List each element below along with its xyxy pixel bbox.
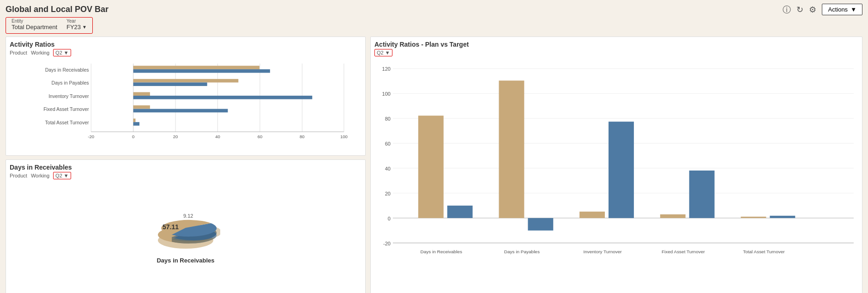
year-dropdown-arrow: ▼ xyxy=(82,24,87,30)
refresh-icon[interactable]: ↻ xyxy=(796,5,803,15)
subtitle1: Product xyxy=(10,50,27,55)
row-label-1: Days in Payables xyxy=(52,80,89,85)
pie-caption: Days in Receivables xyxy=(157,257,214,264)
svg-text:100: 100 xyxy=(340,134,348,139)
main-content: Activity Ratios Product Working Q2 ▼ Day… xyxy=(0,37,868,293)
actions-label: Actions xyxy=(828,6,848,13)
svg-text:Fixed Asset Turnover: Fixed Asset Turnover xyxy=(662,249,705,254)
bar-tan-0 xyxy=(133,66,259,69)
activity-bar-chart: Days in Receivables Days in Payables Inv… xyxy=(10,59,362,152)
plan-vs-target-title: Activity Ratios - Plan vs Target xyxy=(374,41,858,48)
pvt-bar-blue-2 xyxy=(609,122,634,218)
svg-text:80: 80 xyxy=(300,134,305,139)
svg-text:-20: -20 xyxy=(88,134,94,139)
bar-blue-3 xyxy=(133,109,228,113)
svg-text:60: 60 xyxy=(385,141,391,146)
quarter-chevron: ▼ xyxy=(64,50,69,55)
svg-text:20: 20 xyxy=(173,134,178,139)
activity-ratios-subtitle: Product Working Q2 ▼ xyxy=(10,49,362,56)
row-label-3: Fixed Asset Turnover xyxy=(43,107,89,112)
info-icon[interactable]: ⓘ xyxy=(783,4,791,15)
svg-text:Total Asset Turnover: Total Asset Turnover xyxy=(743,249,785,254)
bar-blue-1 xyxy=(133,82,207,86)
year-label: Year xyxy=(66,18,87,24)
bar-tan-1 xyxy=(133,79,239,83)
row-label-2: Inventory Turnover xyxy=(48,94,89,99)
pvt-bar-tan-2 xyxy=(579,212,605,218)
filter-row: Entity Total Department Year FY23 ▼ xyxy=(6,17,93,34)
pvt-bar-blue-3 xyxy=(689,171,715,218)
svg-text:40: 40 xyxy=(215,134,220,139)
right-panel: Activity Ratios - Plan vs Target Q2 ▼ 12… xyxy=(370,37,862,293)
header: Global and Local POV Bar ⓘ ↻ ⚙ Actions ▼ xyxy=(0,0,868,17)
pie-quarter-chevron: ▼ xyxy=(64,173,69,178)
pie-value1: 9.12 xyxy=(183,213,193,219)
pvt-bar-blue-4 xyxy=(770,216,795,218)
days-receivables-section: Days in Receivables Product Working Q2 ▼ xyxy=(6,159,366,293)
bar-blue-0 xyxy=(133,69,270,73)
bar-tan-3 xyxy=(133,105,150,109)
svg-text:Inventory Turnover: Inventory Turnover xyxy=(583,249,622,254)
svg-text:Days in Receivables: Days in Receivables xyxy=(421,249,462,254)
bar-chart-svg: Days in Receivables Days in Payables Inv… xyxy=(10,59,362,152)
days-receivables-subtitle: Product Working Q2 ▼ xyxy=(10,172,362,179)
pvt-quarter-chevron: ▼ xyxy=(385,50,390,55)
pie-subtitle1: Product xyxy=(10,173,27,178)
actions-button[interactable]: Actions ▼ xyxy=(822,4,862,15)
svg-text:100: 100 xyxy=(382,91,391,97)
bar-blue-4 xyxy=(133,122,139,126)
svg-text:40: 40 xyxy=(385,166,391,171)
bar-tan-4 xyxy=(133,119,136,122)
svg-text:Days in Payables: Days in Payables xyxy=(504,249,540,254)
pvt-bar-tan-1 xyxy=(499,80,524,218)
page-title: Global and Local POV Bar xyxy=(6,5,108,14)
entity-value: Total Department xyxy=(12,24,57,31)
svg-text:60: 60 xyxy=(258,134,263,139)
pvt-bar-blue-1 xyxy=(528,218,553,231)
plan-vs-target-subtitle: Q2 ▼ xyxy=(374,49,858,56)
days-receivables-title: Days in Receivables xyxy=(10,164,362,171)
svg-text:-20: -20 xyxy=(383,241,391,246)
left-panel: Activity Ratios Product Working Q2 ▼ Day… xyxy=(6,37,366,293)
year-value[interactable]: FY23 ▼ xyxy=(66,24,87,31)
year-filter: Year FY23 ▼ xyxy=(66,18,87,31)
svg-text:0: 0 xyxy=(132,134,134,139)
entity-label: Entity xyxy=(12,18,57,24)
svg-text:20: 20 xyxy=(385,191,391,196)
entity-filter: Entity Total Department xyxy=(12,18,57,31)
plan-vs-target-box: Activity Ratios - Plan vs Target Q2 ▼ 12… xyxy=(370,37,862,293)
pvt-bar-tan-3 xyxy=(660,214,686,218)
settings-icon[interactable]: ⚙ xyxy=(809,5,816,15)
pie-value2: 57.11 xyxy=(163,223,179,231)
plan-vs-target-quarter-dropdown[interactable]: Q2 ▼ xyxy=(374,49,392,56)
days-receivables-quarter-dropdown[interactable]: Q2 ▼ xyxy=(53,172,71,179)
activity-ratios-quarter-dropdown[interactable]: Q2 ▼ xyxy=(53,49,71,56)
actions-chevron-icon: ▼ xyxy=(850,6,856,13)
pvt-bar-tan-4 xyxy=(741,217,766,218)
header-actions: ⓘ ↻ ⚙ Actions ▼ xyxy=(783,4,862,15)
bar-blue-2 xyxy=(133,96,313,99)
bar-tan-2 xyxy=(133,92,150,96)
pvt-bar-blue-0 xyxy=(447,206,473,218)
pie-container: 9.12 57.11 Days in Receivables xyxy=(10,182,362,291)
activity-ratios-section: Activity Ratios Product Working Q2 ▼ Day… xyxy=(6,37,366,156)
pvt-bar-tan-0 xyxy=(418,116,444,218)
svg-text:120: 120 xyxy=(382,66,391,72)
row-label-4: Total Asset Turnover xyxy=(45,120,89,125)
svg-text:80: 80 xyxy=(385,116,391,122)
activity-ratios-title: Activity Ratios xyxy=(10,41,362,48)
subtitle2: Working xyxy=(31,50,49,55)
svg-text:0: 0 xyxy=(388,216,391,221)
pie-subtitle2: Working xyxy=(31,173,49,178)
row-label-0: Days in Receivables xyxy=(45,67,89,73)
plan-vs-target-svg: 120 100 80 60 40 20 0 -20 xyxy=(374,59,858,286)
